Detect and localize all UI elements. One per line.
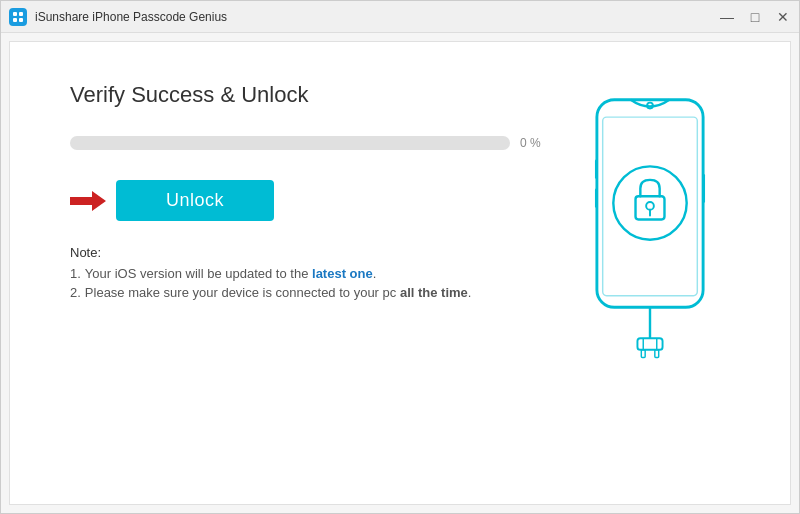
progress-label: 0 % xyxy=(520,136,550,150)
svg-rect-3 xyxy=(19,18,23,22)
progress-bar-background xyxy=(70,136,510,150)
app-icon xyxy=(9,8,27,26)
svg-rect-7 xyxy=(603,117,698,296)
svg-rect-19 xyxy=(595,189,598,208)
svg-rect-16 xyxy=(641,350,645,358)
note-2-num: 2. xyxy=(70,285,81,300)
svg-rect-17 xyxy=(655,350,659,358)
maximize-button[interactable]: □ xyxy=(747,9,763,25)
svg-rect-2 xyxy=(13,18,17,22)
note-item-2: 2. Please make sure your device is conne… xyxy=(70,285,550,300)
window-title: iSunshare iPhone Passcode Genius xyxy=(35,10,719,24)
close-button[interactable]: ✕ xyxy=(775,9,791,25)
note-2-text: Please make sure your device is connecte… xyxy=(85,285,472,300)
note-1-num: 1. xyxy=(70,266,81,281)
svg-point-10 xyxy=(646,202,654,210)
svg-rect-18 xyxy=(595,160,598,179)
note-item-1: 1. Your iOS version will be updated to t… xyxy=(70,266,550,281)
notes-title: Note: xyxy=(70,245,550,260)
note-2-bold: all the time xyxy=(400,285,468,300)
unlock-row: Unlock xyxy=(70,180,550,221)
page-heading: Verify Success & Unlock xyxy=(70,82,550,108)
note-1-text: Your iOS version will be updated to the … xyxy=(85,266,376,281)
titlebar: iSunshare iPhone Passcode Genius — □ ✕ xyxy=(1,1,799,33)
minimize-button[interactable]: — xyxy=(719,9,735,25)
svg-rect-20 xyxy=(702,174,705,203)
left-panel: Verify Success & Unlock 0 % Unlock xyxy=(70,82,550,474)
svg-rect-0 xyxy=(13,12,17,16)
svg-marker-4 xyxy=(70,191,106,211)
progress-section: 0 % xyxy=(70,136,550,150)
app-window: iSunshare iPhone Passcode Genius — □ ✕ V… xyxy=(0,0,800,514)
right-panel xyxy=(550,82,750,474)
note-1-highlight: latest one xyxy=(312,266,373,281)
phone-illustration xyxy=(575,92,725,372)
svg-rect-13 xyxy=(637,338,662,350)
main-content: Verify Success & Unlock 0 % Unlock xyxy=(9,41,791,505)
unlock-button[interactable]: Unlock xyxy=(116,180,274,221)
red-arrow-icon xyxy=(70,189,106,213)
window-controls: — □ ✕ xyxy=(719,9,791,25)
notes-section: Note: 1. Your iOS version will be update… xyxy=(70,245,550,304)
svg-rect-1 xyxy=(19,12,23,16)
